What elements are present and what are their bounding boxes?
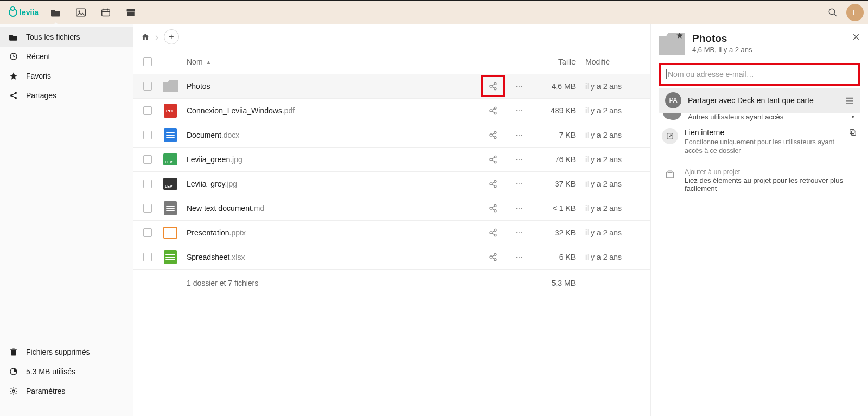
more-button[interactable]: ··· — [506, 81, 532, 91]
internal-link-title: Lien interne — [685, 128, 842, 137]
file-name[interactable]: Leviia_grey.jpg — [187, 180, 480, 188]
photos-app-icon[interactable] — [75, 7, 86, 18]
close-icon[interactable] — [852, 33, 860, 41]
svg-line-47 — [492, 209, 495, 210]
svg-point-50 — [494, 234, 496, 236]
sidebar-item-recent[interactable]: Récent — [0, 47, 133, 66]
user-avatar[interactable]: L — [846, 4, 864, 21]
more-button[interactable]: ··· — [506, 252, 532, 262]
file-name[interactable]: New text document.md — [187, 204, 480, 213]
file-name[interactable]: Presentation.pptx — [187, 228, 480, 237]
svg-point-13 — [15, 97, 17, 99]
app-nav — [50, 7, 136, 18]
svg-line-51 — [492, 231, 495, 232]
row-checkbox[interactable] — [143, 253, 152, 261]
gear-icon — [9, 387, 18, 395]
brand-logo[interactable]: leviia — [9, 8, 39, 17]
share-button[interactable] — [480, 180, 506, 188]
share-icon — [9, 91, 18, 100]
file-name[interactable]: Leviia_green.jpg — [187, 155, 480, 164]
more-button[interactable]: ··· — [506, 106, 532, 116]
svg-rect-61 — [846, 100, 853, 101]
share-deck-option[interactable]: PA Partager avec Deck en tant que carte — [659, 88, 860, 113]
share-button[interactable] — [480, 204, 506, 213]
share-button[interactable] — [480, 253, 506, 261]
add-to-project-block[interactable]: Ajouter à un projet Liez des éléments au… — [659, 161, 860, 198]
svg-point-40 — [494, 185, 496, 188]
sidebar-item-all-files[interactable]: Tous les fichiers — [0, 27, 133, 47]
row-checkbox[interactable] — [143, 131, 152, 139]
file-row[interactable]: Spreadsheet.xlsx···6 KBil y a 2 ans — [133, 245, 650, 270]
more-button[interactable]: ··· — [506, 203, 532, 213]
file-row[interactable]: Presentation.pptx···32 KBil y a 2 ans — [133, 221, 650, 245]
sidebar-item-favorites[interactable]: Favoris — [0, 66, 133, 86]
file-name[interactable]: Document.docx — [187, 131, 480, 139]
calendar-app-icon[interactable] — [100, 7, 111, 18]
row-checkbox[interactable] — [143, 155, 152, 164]
share-button[interactable] — [480, 106, 506, 115]
file-row[interactable]: Document.docx···7 KBil y a 2 ans — [133, 123, 650, 148]
share-button[interactable] — [480, 131, 506, 139]
add-button[interactable]: + — [164, 29, 179, 44]
svg-point-39 — [490, 183, 492, 185]
row-checkbox[interactable] — [143, 180, 152, 188]
chevron-right-icon: › — [155, 31, 158, 43]
details-title: Photos — [692, 33, 752, 44]
file-name[interactable]: Connexion_Leviia_Windows.pdf — [187, 106, 480, 115]
svg-point-48 — [494, 229, 496, 231]
row-checkbox[interactable] — [143, 82, 152, 91]
more-button[interactable]: ··· — [506, 155, 532, 164]
sidebar-item-shares[interactable]: Partages — [0, 86, 133, 105]
file-row[interactable]: Photos···4,6 MBil y a 2 ans — [133, 74, 650, 99]
more-button[interactable]: ··· — [506, 130, 532, 140]
file-modified: il y a 2 ans — [581, 82, 646, 91]
svg-line-21 — [492, 84, 495, 86]
row-checkbox[interactable] — [143, 204, 152, 213]
svg-point-12 — [10, 94, 12, 97]
svg-point-45 — [494, 210, 496, 212]
row-checkbox[interactable] — [143, 106, 152, 115]
file-modified: il y a 2 ans — [581, 228, 646, 237]
file-row[interactable]: Leviia_green.jpg···76 KBil y a 2 ans — [133, 148, 650, 172]
share-search-field[interactable] — [659, 63, 860, 86]
svg-rect-66 — [666, 172, 674, 178]
svg-point-28 — [494, 131, 496, 133]
other-users-label: Autres utilisateurs ayant accès — [688, 113, 783, 121]
other-users-row[interactable]: Autres utilisateurs ayant accès — [659, 113, 860, 123]
trash-icon — [9, 348, 18, 356]
share-button[interactable] — [480, 228, 506, 237]
sidebar-item-settings[interactable]: Paramètres — [0, 381, 133, 401]
column-name[interactable]: Nom ▲ — [187, 57, 480, 66]
archive-app-icon[interactable] — [125, 7, 136, 18]
files-app-icon[interactable] — [50, 7, 61, 18]
svg-point-34 — [490, 158, 492, 161]
file-row[interactable]: Leviia_grey.jpg···37 KBil y a 2 ans — [133, 172, 650, 196]
copy-icon[interactable] — [848, 128, 857, 137]
column-modified[interactable]: Modifié — [581, 57, 646, 66]
share-button[interactable] — [480, 75, 506, 97]
file-row[interactable]: New text document.md···< 1 KBil y a 2 an… — [133, 196, 650, 221]
internal-link-block[interactable]: Lien interne Fonctionne uniquement pour … — [659, 123, 860, 161]
column-size[interactable]: Taille — [532, 57, 581, 66]
more-button[interactable]: ··· — [506, 228, 532, 238]
svg-rect-6 — [127, 9, 135, 12]
home-icon[interactable] — [141, 33, 150, 41]
share-search-input[interactable] — [668, 70, 853, 79]
file-name[interactable]: Spreadsheet.xlsx — [187, 253, 480, 261]
project-sub: Liez des éléments au projet pour les ret… — [685, 176, 857, 193]
search-icon[interactable] — [828, 8, 838, 17]
sidebar-item-label: Paramètres — [26, 387, 65, 395]
select-all-checkbox[interactable] — [143, 57, 152, 66]
file-type-icon — [163, 127, 178, 143]
sidebar-item-quota: 5.3 MB utilisés — [0, 362, 133, 381]
file-name[interactable]: Photos — [187, 82, 480, 91]
file-row[interactable]: PDFConnexion_Leviia_Windows.pdf···489 KB… — [133, 99, 650, 123]
file-size: 489 KB — [532, 106, 581, 115]
sidebar-item-label: Favoris — [26, 72, 51, 80]
share-button[interactable] — [480, 155, 506, 164]
more-button[interactable]: ··· — [506, 179, 532, 189]
svg-line-37 — [492, 160, 495, 162]
sidebar-item-trash[interactable]: Fichiers supprimés — [0, 342, 133, 362]
file-size: 6 KB — [532, 253, 581, 261]
row-checkbox[interactable] — [143, 228, 152, 237]
